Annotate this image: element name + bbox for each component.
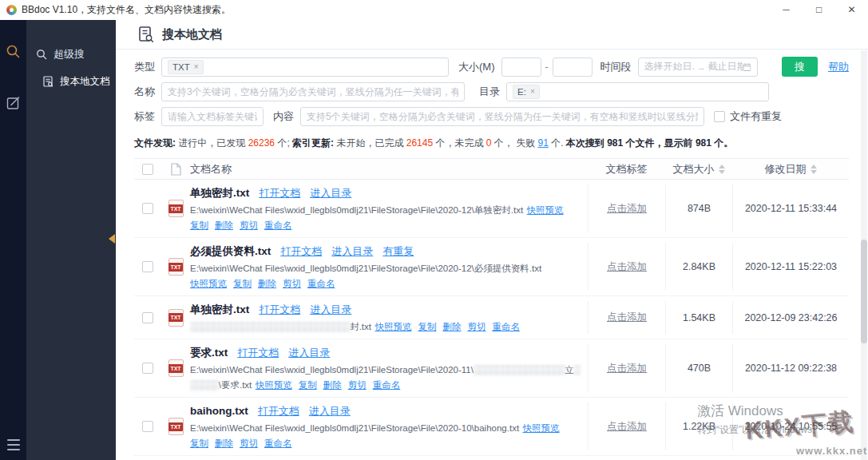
cut-link[interactable]: 剪切 [240, 438, 258, 448]
minimize-button[interactable]: ─ [770, 0, 803, 20]
duplicate-filter: 文件有重复 [714, 109, 782, 124]
add-tag-link[interactable]: 点击添加 [607, 311, 647, 324]
open-dir-link[interactable]: 进入目录 [331, 245, 373, 257]
help-link[interactable]: 帮助 [828, 60, 849, 74]
sort-date-icon[interactable] [811, 165, 817, 174]
sidebar-item-super-search[interactable]: 超级搜 [26, 41, 116, 68]
name-input[interactable]: 支持3个关键词，空格分隔为必含关键词，竖线分隔为任一关键词，有空格和竖线时以竖线… [161, 82, 465, 101]
page-title: 搜本地文档 [162, 27, 222, 42]
open-dir-link[interactable]: 进入目录 [310, 187, 351, 199]
open-doc-link[interactable]: 打开文档 [259, 303, 300, 315]
collapse-sidebar-arrow-icon[interactable] [109, 234, 115, 244]
type-input[interactable]: TXT × [161, 58, 449, 77]
copy-link[interactable]: 复制 [299, 380, 317, 390]
add-tag-link[interactable]: 点击添加 [607, 202, 647, 216]
snapshot-preview-link[interactable]: 快照预览 [375, 322, 411, 331]
remove-type-tag-icon[interactable]: × [194, 61, 199, 73]
sidebar-item-search-local-docs[interactable]: 搜本地文档 [26, 68, 116, 95]
close-button[interactable]: ✕ [835, 0, 868, 20]
copy-link[interactable]: 复制 [190, 438, 208, 448]
document-search-icon [43, 76, 54, 87]
open-doc-link[interactable]: 打开文档 [237, 347, 279, 359]
snapshot-preview-link[interactable]: 快照预览 [190, 279, 227, 288]
rename-link[interactable]: 重命名 [264, 220, 292, 230]
content-input[interactable]: 支持5个关键词，空格分隔为必含关键词，竖线分隔为任一关键词，有空格和竖线时以竖线… [300, 107, 704, 126]
snapshot-preview-link[interactable]: 快照预览 [256, 380, 292, 390]
copy-link[interactable]: 复制 [190, 220, 208, 230]
file-path-text: 封.txt [350, 322, 371, 331]
rename-link[interactable]: 重命名 [373, 380, 401, 390]
add-tag-link[interactable]: 点击添加 [607, 420, 647, 434]
delete-link[interactable]: 删除 [258, 279, 276, 288]
sidebar: 超级搜 搜本地文档 [26, 20, 116, 460]
row-checkbox[interactable] [142, 363, 153, 374]
rename-link[interactable]: 重命名 [492, 322, 520, 331]
cut-link[interactable]: 剪切 [348, 380, 367, 390]
search-form: 类型 TXT × 大小(M) - 时间段 选择开始日... → 截止日期 [116, 50, 868, 133]
select-all-checkbox[interactable] [142, 164, 153, 175]
row-checkbox[interactable] [142, 261, 153, 272]
cut-link[interactable]: 剪切 [240, 220, 258, 230]
file-name-text: 要求.txt [190, 347, 228, 359]
cut-link[interactable]: 剪切 [283, 279, 301, 288]
open-dir-link[interactable]: 进入目录 [310, 303, 351, 315]
status-segment: 索引更新: [292, 137, 334, 149]
file-size: 1.22KB [683, 421, 715, 432]
txt-file-icon: TXT [168, 418, 184, 435]
open-dir-link[interactable]: 进入目录 [309, 405, 351, 417]
size-min-input[interactable] [501, 58, 541, 77]
name-label: 名称 [134, 85, 155, 99]
main-panel: 搜本地文档 类型 TXT × 大小(M) - 时间段 选择开始日... [116, 20, 868, 460]
table-header: 文档名称 文档标签 文档大小 修改日期 [134, 158, 849, 180]
scrollbar-thumb[interactable] [861, 240, 867, 343]
snapshot-preview-link[interactable]: 快照预览 [527, 205, 564, 215]
delete-link[interactable]: 删除 [442, 322, 461, 331]
delete-link[interactable]: 删除 [323, 380, 342, 390]
failed-count-link[interactable]: 91 [537, 137, 548, 149]
row-checkbox[interactable] [142, 312, 153, 323]
open-doc-link[interactable]: 打开文档 [259, 187, 300, 199]
cut-link[interactable]: 剪切 [467, 322, 486, 331]
dir-input[interactable]: E: × [506, 82, 769, 101]
sort-size-icon[interactable] [719, 165, 725, 174]
page-doc-search-icon [137, 26, 155, 43]
maximize-button[interactable]: □ [803, 0, 835, 20]
status-segment: 个， 失败 [491, 137, 537, 149]
menu-icon[interactable] [7, 439, 20, 450]
open-doc-link[interactable]: 打开文档 [280, 245, 322, 257]
compose-icon[interactable] [6, 96, 21, 110]
copy-link[interactable]: 复制 [418, 322, 436, 331]
row-checkbox[interactable] [142, 421, 153, 432]
add-tag-link[interactable]: 点击添加 [607, 260, 647, 274]
window-controls: ─ □ ✕ [770, 0, 868, 20]
file-path-text: E:\weixin\WeChat Files\wxid_llegbls0mdlj… [190, 205, 523, 215]
file-path: ▒▒▒▒▒▒▒▒▒▒▒▒▒▒▒▒▒▒▒▒▒▒▒▒▒▒▒▒封.txt [190, 322, 371, 331]
date-range-input[interactable]: 选择开始日... → 截止日期 [638, 58, 758, 77]
file-path: E:\weixin\WeChat Files\wxid_llegbls0mdlj… [190, 423, 519, 433]
size-max-input[interactable] [553, 58, 593, 77]
duplicate-link[interactable]: 有重复 [382, 245, 414, 257]
header-doc-size[interactable]: 文档大小 [665, 159, 732, 179]
open-doc-link[interactable]: 打开文档 [258, 405, 299, 417]
row-checkbox[interactable] [142, 203, 153, 214]
file-date: 2020-10-24 10:55:55 [744, 421, 837, 432]
file-path-text: E:\weixin\WeChat Files\wxid_llegbls0mdlj… [190, 365, 474, 375]
open-dir-link[interactable]: 进入目录 [288, 347, 330, 359]
rename-link[interactable]: 重命名 [307, 279, 335, 288]
delete-link[interactable]: 删除 [215, 438, 233, 448]
duplicate-checkbox[interactable] [714, 111, 725, 122]
delete-link[interactable]: 删除 [215, 220, 233, 230]
txt-file-icon: TXT [168, 309, 184, 327]
super-search-icon[interactable] [6, 44, 21, 59]
add-tag-link[interactable]: 点击添加 [607, 362, 647, 375]
rename-link[interactable]: 重命名 [264, 438, 292, 448]
tag-input[interactable]: 请输入文档标签关键词 [161, 107, 264, 126]
search-button[interactable]: 搜 [782, 57, 818, 77]
snapshot-preview-link[interactable]: 快照预览 [523, 423, 560, 433]
header-modified-date[interactable]: 修改日期 [732, 159, 849, 179]
name-placeholder: 支持3个关键词，空格分隔为必含关键词，竖线分隔为任一关键词，有空格和竖线时以竖线… [168, 85, 458, 99]
copy-link[interactable]: 复制 [233, 279, 252, 288]
remove-dir-tag-icon[interactable]: × [530, 86, 535, 97]
censored-text: ▒▒▒▒▒▒▒▒▒▒▒▒▒▒▒▒▒▒▒▒▒▒▒▒▒▒▒▒ [190, 322, 350, 331]
table-row: TXT必须提供资料.txt打开文档进入目录有重复E:\weixin\WeChat… [134, 238, 849, 296]
